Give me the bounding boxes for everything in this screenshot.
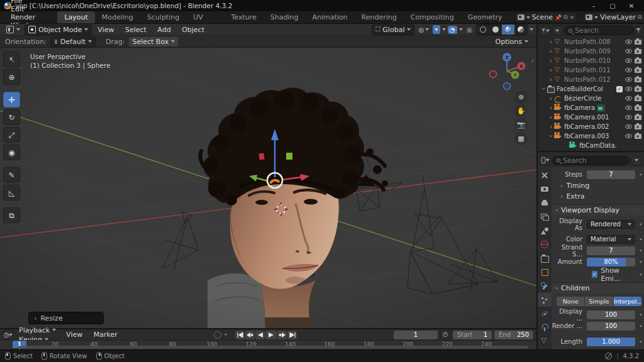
options-dropdown[interactable]: Options [492,37,531,47]
expand-chevron-icon[interactable]: › [548,38,554,45]
timeline-menu-item[interactable]: Playback [16,326,59,335]
orientation-dropdown[interactable]: ⛶ Global [372,25,414,35]
perspective-toggle-button[interactable]: ▦ [514,132,528,145]
object-name[interactable]: fbCamera.002 [564,123,609,130]
outliner-row[interactable]: › NurbsPath.011 ✓ [538,65,644,75]
mode-dropdown[interactable]: Object Mode [25,25,92,35]
workspace-tab[interactable]: Texture Paint [225,11,264,23]
app-menu-item[interactable]: Edit [5,5,30,13]
outliner-row[interactable]: › fbCamera ✓ [538,103,644,112]
expand-chevron-icon[interactable]: › [548,123,554,130]
animate-dot[interactable]: • [638,248,644,254]
object-name[interactable]: fbCamera.001 [564,114,609,121]
render-visibility-icon[interactable] [635,115,641,120]
expand-chevron-icon[interactable]: › [548,67,554,74]
play-reverse-button[interactable] [255,331,265,339]
outliner-row[interactable]: › NurbsPath.012 ✓ [538,75,644,84]
animate-dot[interactable]: • [638,323,644,329]
viewport-menu-item[interactable]: View [93,25,118,35]
outliner-row[interactable]: › FaceBuilderCol ✓ [538,84,644,94]
close-button[interactable]: ✕ [623,1,640,11]
outliner-row[interactable]: › fbCamera.002 ✓ [538,122,644,131]
expand-chevron-icon[interactable]: › [548,151,554,152]
new-viewlayer-icon[interactable]: ⧉ [638,14,641,21]
scene-selector[interactable]: Scene 📌 ⧉ ✕ [514,12,578,23]
outliner-display-mode-button[interactable] [540,26,550,35]
outliner-row[interactable]: › NurbsPath.008 ✓ [538,37,644,47]
gizmo-toggle-button[interactable]: ▣ [465,26,474,34]
animate-dot[interactable]: • [638,272,644,278]
viewport-display-section-header[interactable]: › Viewport Display :::: [552,204,644,216]
close-icon[interactable]: ✕ [570,14,575,21]
shading-mode-button[interactable] [489,25,502,35]
render-visibility-icon[interactable] [635,58,641,63]
properties-tab[interactable] [538,238,552,251]
timeline-menu-item[interactable]: View [62,330,87,339]
prev-keyframe-button[interactable] [245,331,255,339]
properties-tab[interactable] [538,307,552,321]
object-name[interactable]: fbCamera.004 [564,151,609,152]
eye-visibility-icon[interactable] [625,49,632,53]
children-mode-button[interactable]: None [557,297,584,306]
object-name[interactable]: NurbsPath.010 [564,57,611,64]
drag-handle-icon[interactable]: :::: [631,285,640,291]
camera-view-button[interactable]: 📷 [514,118,528,131]
strand-steps-field[interactable]: 7 [587,246,635,255]
object-name[interactable]: NurbsPath.009 [564,48,611,55]
expand-chevron-icon[interactable]: › [548,48,554,55]
timeline-menu-item[interactable]: Marker [89,330,122,339]
next-keyframe-button[interactable] [277,331,287,339]
properties-tab[interactable] [538,196,552,210]
drag-setting-dropdown[interactable]: Select Box [128,36,179,47]
tool-button[interactable]: ⭶ [3,52,20,67]
chevron-down-icon[interactable] [459,28,463,31]
animate-dot[interactable]: • [638,172,644,178]
outliner-filter-button[interactable] [552,26,562,35]
new-scene-icon[interactable]: ⧉ [564,14,567,21]
viewport-menu-item[interactable]: Select [121,25,151,35]
eye-visibility-icon[interactable] [625,58,632,63]
display-as-dropdown[interactable]: Rendered [587,220,635,229]
outliner-row[interactable]: › fbCamera.001 ✓ [538,112,644,122]
expand-chevron-icon[interactable]: › [548,133,555,140]
tool-button[interactable]: ◉ [3,145,20,160]
animate-dot[interactable]: • [638,221,644,228]
operator-panel[interactable]: › Resize [28,312,104,324]
render-visibility-icon[interactable] [635,40,641,45]
properties-tab[interactable] [538,210,552,224]
pin-icon[interactable]: 📌 [555,14,562,21]
app-menu-item[interactable]: Render [5,13,41,21]
pivot-point-button[interactable]: ◎ [416,26,431,34]
render-visibility-icon[interactable] [635,96,641,101]
expand-chevron-icon[interactable]: › [548,114,554,121]
outliner-row[interactable]: › NurbsPath.009 ✓ [538,47,644,56]
workspace-tab[interactable]: Animation [305,11,354,23]
workspace-tab[interactable]: Geometry Nodes [461,11,509,23]
animate-dot[interactable]: • [638,312,644,318]
properties-tab[interactable] [538,224,552,238]
render-visibility-icon[interactable] [635,124,641,129]
length-slider[interactable]: 1.000 [587,337,635,346]
pan-hand-button[interactable]: ✋ [514,104,528,118]
shading-mode-button[interactable] [502,25,514,35]
drag-handle-icon[interactable]: :::: [631,207,640,213]
chevron-down-icon[interactable] [530,28,533,31]
properties-tab[interactable] [538,293,552,307]
workspace-tab[interactable]: Compositing [404,11,461,23]
properties-editor-type-button[interactable] [540,156,550,165]
outliner-row[interactable]: › NurbsPath.010 ✓ [538,56,644,65]
properties-tab[interactable] [538,265,552,279]
tool-button[interactable]: ⤢ [3,127,20,143]
outliner-row[interactable]: › fbCamera.003 ✓ [538,131,644,141]
render-visibility-icon[interactable] [635,77,641,82]
jump-to-end-button[interactable] [287,331,297,339]
auto-keyframe-button[interactable] [214,331,221,339]
properties-options-button[interactable] [631,156,641,165]
properties-tab[interactable] [538,321,552,334]
object-name[interactable]: NurbsPath.011 [564,67,611,74]
workspace-tab[interactable]: Layout [57,11,94,23]
outliner-row[interactable]: › BézierCircle ✓ [538,94,644,103]
render-visibility-icon[interactable] [635,134,641,139]
chevron-down-icon[interactable] [442,28,446,31]
end-frame-field[interactable]: End250 [494,331,533,339]
